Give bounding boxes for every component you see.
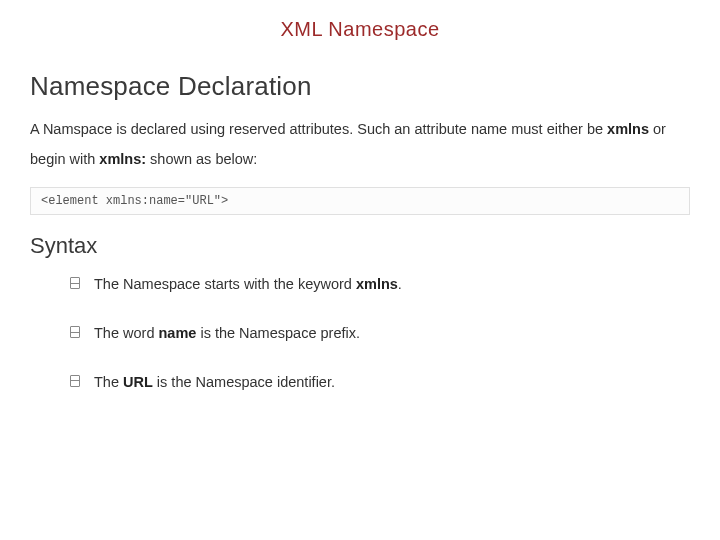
syntax-heading: Syntax — [30, 233, 690, 259]
bullet-text-bold: URL — [123, 374, 153, 390]
list-item: The Namespace starts with the keyword xm… — [70, 273, 690, 296]
bullet-text-post: . — [398, 276, 402, 292]
bullet-list: The Namespace starts with the keyword xm… — [30, 273, 690, 395]
intro-text-3: shown as below: — [146, 151, 257, 167]
page-title: XML Namespace — [0, 0, 720, 53]
intro-bold-2: xmlns: — [99, 151, 146, 167]
bullet-text-bold: name — [158, 325, 196, 341]
content-area: Namespace Declaration A Namspace is decl… — [0, 71, 720, 394]
bullet-text-pre: The Namespace starts with the keyword — [94, 276, 356, 292]
bullet-text-post: is the Namespace prefix. — [196, 325, 360, 341]
list-item: The word name is the Namespace prefix. — [70, 322, 690, 345]
intro-paragraph: A Namspace is declared using reserved at… — [30, 114, 690, 175]
bullet-text-pre: The word — [94, 325, 158, 341]
intro-text-1: A Namspace is declared using reserved at… — [30, 121, 607, 137]
bullet-text-bold: xmlns — [356, 276, 398, 292]
code-block: <element xmlns:name="URL"> — [30, 187, 690, 215]
document-page: XML Namespace Namespace Declaration A Na… — [0, 0, 720, 540]
bullet-text-post: is the Namespace identifier. — [153, 374, 335, 390]
list-item: The URL is the Namespace identifier. — [70, 371, 690, 394]
intro-bold-1: xmlns — [607, 121, 649, 137]
bullet-text-pre: The — [94, 374, 123, 390]
section-heading: Namespace Declaration — [30, 71, 690, 102]
